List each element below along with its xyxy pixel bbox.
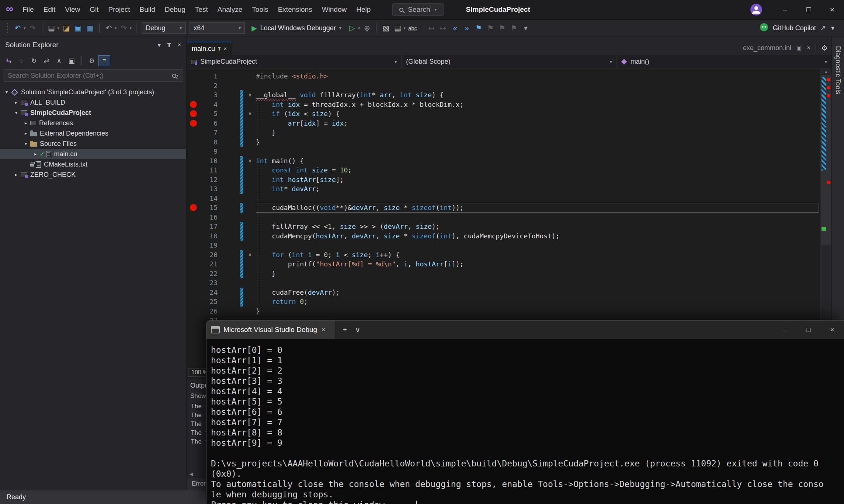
breakpoint-margin[interactable] bbox=[187, 259, 201, 269]
undo-icon[interactable]: ↶ bbox=[103, 22, 115, 34]
clear-bookmarks-icon[interactable]: ⚑ bbox=[508, 22, 520, 34]
tree-item-solution-simplecudaproject-3-of-3-projects[interactable]: ▾Solution 'SimpleCudaProject' (3 of 3 pr… bbox=[0, 87, 186, 97]
show-all-files-icon[interactable]: ≡ bbox=[98, 55, 110, 66]
menu-item-file[interactable]: File bbox=[18, 3, 39, 16]
refresh-icon[interactable]: ↻ bbox=[28, 55, 40, 66]
menu-item-debug[interactable]: Debug bbox=[160, 3, 190, 16]
expander-icon[interactable]: ▾ bbox=[21, 141, 30, 146]
cursor-forward-icon[interactable]: ↦ bbox=[437, 22, 449, 34]
tab-close-icon[interactable]: × bbox=[807, 44, 810, 52]
code-line-13[interactable]: 13 int* devArr; bbox=[187, 184, 831, 194]
pin-icon[interactable] bbox=[169, 43, 170, 47]
chevron-down-icon[interactable]: ▾ bbox=[358, 26, 360, 31]
code-line-6[interactable]: 6 arr[idx] = idx; bbox=[187, 119, 831, 128]
chevron-down-icon[interactable]: ▾ bbox=[115, 26, 117, 31]
code-line-22[interactable]: 22 } bbox=[187, 269, 831, 279]
sync-with-active-document-icon[interactable]: ⇆ bbox=[3, 55, 15, 66]
diagnostics-icon[interactable]: ▤ bbox=[392, 22, 403, 34]
menu-item-project[interactable]: Project bbox=[103, 3, 135, 16]
switch-views-icon[interactable]: ⇄ bbox=[41, 55, 52, 66]
breakpoint-margin[interactable] bbox=[187, 231, 201, 241]
minimize-button[interactable]: – bbox=[773, 0, 797, 19]
code-line-20[interactable]: 20∨ for (int i = 0; i < size; i++) { bbox=[187, 250, 831, 260]
breakpoint-margin[interactable] bbox=[187, 119, 201, 128]
code-line-17[interactable]: 17 fillArray << <1, size >> > (devArr, s… bbox=[187, 222, 831, 231]
menu-item-git[interactable]: Git bbox=[85, 3, 103, 16]
console-output[interactable]: hostArr[0] = 0hostArr[1] = 1hostArr[2] =… bbox=[206, 339, 844, 504]
console-close-button[interactable]: × bbox=[820, 321, 844, 339]
breakpoint-margin[interactable] bbox=[187, 194, 201, 203]
preview-selected-icon[interactable]: ▣ bbox=[66, 55, 77, 66]
fold-chevron-icon[interactable]: ∨ bbox=[244, 156, 256, 166]
breakpoint-margin[interactable] bbox=[187, 222, 201, 231]
breakpoint-margin[interactable] bbox=[187, 203, 201, 213]
tree-item-zero-check[interactable]: ▸ZERO_CHECK bbox=[0, 169, 186, 180]
new-project-icon[interactable]: ▤ bbox=[46, 22, 58, 34]
tabstrip-settings-gear-icon[interactable]: ⚙ bbox=[821, 43, 828, 52]
menu-item-help[interactable]: Help bbox=[351, 3, 375, 16]
menu-item-build[interactable]: Build bbox=[135, 3, 160, 16]
chevron-down-icon[interactable]: ▾ bbox=[24, 26, 26, 31]
code-line-15[interactable]: 15 cudaMalloc((void**)&devArr, size * si… bbox=[187, 203, 831, 213]
tab-close-icon[interactable]: × bbox=[223, 45, 227, 53]
expander-icon[interactable]: ▸ bbox=[21, 131, 30, 136]
account-avatar[interactable] bbox=[750, 4, 762, 15]
code-line-7[interactable]: 7 } bbox=[187, 128, 831, 137]
share-icon[interactable]: ↗ bbox=[820, 24, 826, 32]
breakpoint-margin[interactable] bbox=[187, 147, 201, 156]
code-line-18[interactable]: 18 cudaMemcpy(hostArr, devArr, size * si… bbox=[187, 231, 831, 241]
menu-item-test[interactable]: Test bbox=[190, 3, 213, 16]
breakpoint-margin[interactable] bbox=[187, 288, 201, 297]
breadcrumb-method[interactable]: main() ▾ bbox=[617, 55, 831, 68]
previous-bookmark-icon[interactable]: ⚑ bbox=[484, 22, 496, 34]
pending-changes-filter-icon[interactable]: ◌ bbox=[15, 55, 27, 66]
bookmark-icon[interactable]: ⚑ bbox=[473, 22, 484, 34]
code-line-14[interactable]: 14 bbox=[187, 194, 831, 203]
breakpoint-margin[interactable] bbox=[187, 71, 201, 81]
console-minimize-button[interactable]: ─ bbox=[773, 321, 797, 339]
toolbar-overflow-icon[interactable]: ▾ bbox=[520, 22, 532, 34]
tree-item-cmakelists-txt[interactable]: CMakeLists.txt bbox=[0, 159, 186, 169]
expander-icon[interactable]: ▸ bbox=[31, 151, 40, 157]
menu-item-window[interactable]: Window bbox=[317, 3, 352, 16]
breakpoint-margin[interactable] bbox=[187, 278, 201, 288]
code-line-9[interactable]: 9 bbox=[187, 147, 831, 156]
open-file-icon[interactable]: ◪ bbox=[60, 22, 72, 34]
code-line-23[interactable]: 23 bbox=[187, 278, 831, 288]
save-icon[interactable]: ▣ bbox=[72, 22, 84, 34]
save-all-icon[interactable]: ▥ bbox=[84, 22, 96, 34]
code-line-3[interactable]: 3∨__global__ void fillArray(int* arr, in… bbox=[187, 90, 831, 100]
menu-item-view[interactable]: View bbox=[60, 3, 85, 16]
console-tab[interactable]: Microsoft Visual Studio Debug Console × bbox=[206, 321, 335, 339]
code-line-12[interactable]: 12 int hostArr[size]; bbox=[187, 175, 831, 185]
tree-item-all-build[interactable]: ▸ALL_BUILD bbox=[0, 97, 186, 108]
search-control[interactable]: Search ▾ bbox=[392, 3, 444, 16]
console-new-tab-button[interactable]: + bbox=[343, 326, 347, 334]
menu-item-analyze[interactable]: Analyze bbox=[213, 3, 247, 16]
unindent-icon[interactable]: « bbox=[449, 22, 461, 34]
tree-item-simplecudaproject[interactable]: ▾SimpleCudaProject bbox=[0, 108, 186, 118]
next-bookmark-icon[interactable]: ⚑ bbox=[496, 22, 508, 34]
chevron-down-icon[interactable]: ▾ bbox=[130, 26, 132, 31]
code-line-2[interactable]: 2 bbox=[187, 81, 831, 91]
cursor-back-icon[interactable]: ↤ bbox=[426, 22, 437, 34]
fold-chevron-icon[interactable]: ∨ bbox=[244, 90, 256, 100]
code-line-19[interactable]: 19 bbox=[187, 241, 831, 250]
navigate-backward-icon[interactable]: ↶ bbox=[12, 22, 24, 34]
breakpoint-margin[interactable] bbox=[187, 156, 201, 166]
tree-item-source-files[interactable]: ▾Source Files bbox=[0, 139, 186, 149]
indent-icon[interactable]: » bbox=[461, 22, 473, 34]
pin-icon[interactable] bbox=[219, 47, 220, 50]
collapse-all-icon[interactable]: ∧ bbox=[53, 55, 65, 66]
tab-main-cu[interactable]: main.cu × bbox=[187, 42, 232, 55]
close-icon[interactable]: × bbox=[178, 42, 181, 48]
breakpoint-margin[interactable] bbox=[187, 128, 201, 137]
breakpoint-margin[interactable] bbox=[187, 307, 201, 316]
hscroll-left-arrow-icon[interactable]: ◀ bbox=[190, 471, 193, 477]
code-line-1[interactable]: 1#include <stdio.h> bbox=[187, 71, 831, 81]
navigate-forward-icon[interactable]: ↷ bbox=[27, 22, 39, 34]
breadcrumb-project[interactable]: SimpleCudaProject ▾ bbox=[187, 55, 402, 68]
breakpoint-icon[interactable] bbox=[190, 101, 197, 108]
breakpoint-margin[interactable] bbox=[187, 184, 201, 194]
code-line-10[interactable]: 10∨int main() { bbox=[187, 156, 831, 166]
